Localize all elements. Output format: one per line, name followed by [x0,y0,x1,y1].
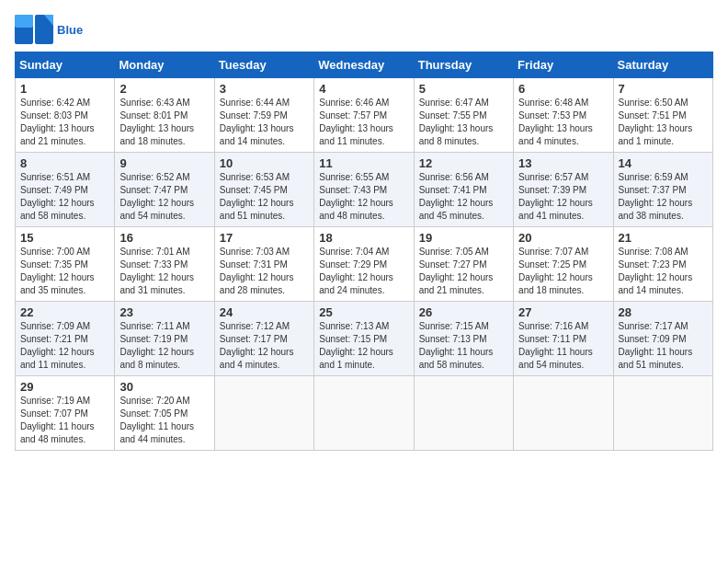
day-number: 13 [518,156,608,170]
day-info: Sunrise: 7:04 AM Sunset: 7:29 PM Dayligh… [319,246,408,297]
sunset-label: Sunset: 7:49 PM [20,185,88,195]
sunset-label: Sunset: 7:55 PM [419,110,487,121]
day-number: 17 [220,231,309,245]
sunrise-label: Sunrise: 7:05 AM [419,247,489,257]
sunset-label: Sunset: 7:27 PM [419,259,487,270]
logo-icon [15,15,53,44]
daylight-label: Daylight: 12 hours and 11 minutes. [20,347,95,370]
daylight-label: Daylight: 12 hours and 41 minutes. [518,198,593,221]
calendar-cell: 22 Sunrise: 7:09 AM Sunset: 7:21 PM Dayl… [16,302,115,376]
calendar-cell: 7 Sunrise: 6:50 AM Sunset: 7:51 PM Dayli… [613,78,712,153]
day-number: 19 [419,231,508,245]
calendar-cell: 21 Sunrise: 7:08 AM Sunset: 7:23 PM Dayl… [613,227,712,302]
calendar-week-row: 8 Sunrise: 6:51 AM Sunset: 7:49 PM Dayli… [16,153,713,227]
daylight-label: Daylight: 12 hours and 24 minutes. [319,272,393,295]
day-number: 27 [518,305,608,319]
daylight-label: Daylight: 12 hours and 1 minute. [319,347,393,370]
day-info: Sunrise: 7:09 AM Sunset: 7:21 PM Dayligh… [20,320,109,372]
day-info: Sunrise: 6:50 AM Sunset: 7:51 PM Dayligh… [619,97,708,148]
sunrise-label: Sunrise: 6:44 AM [220,98,290,108]
day-info: Sunrise: 7:19 AM Sunset: 7:07 PM Dayligh… [20,395,109,446]
calendar-cell: 18 Sunrise: 7:04 AM Sunset: 7:29 PM Dayl… [314,227,414,302]
daylight-label: Daylight: 13 hours and 18 minutes. [119,123,194,146]
sunset-label: Sunset: 7:05 PM [119,408,188,419]
logo-tagline: Blue [57,24,83,36]
day-number: 16 [119,231,209,245]
day-number: 30 [119,380,209,394]
daylight-label: Daylight: 12 hours and 45 minutes. [419,198,494,221]
sunset-label: Sunset: 7:19 PM [119,334,188,344]
day-number: 6 [518,82,608,96]
day-number: 5 [419,82,508,96]
day-info: Sunrise: 6:53 AM Sunset: 7:45 PM Dayligh… [220,171,309,223]
day-number: 29 [20,380,109,394]
sunset-label: Sunset: 7:33 PM [119,259,188,270]
sunrise-label: Sunrise: 7:16 AM [518,321,588,331]
day-info: Sunrise: 7:16 AM Sunset: 7:11 PM Dayligh… [518,320,608,372]
day-number: 25 [319,305,408,319]
calendar-cell: 8 Sunrise: 6:51 AM Sunset: 7:49 PM Dayli… [16,153,115,227]
sunrise-label: Sunrise: 7:08 AM [619,247,688,257]
sunrise-label: Sunrise: 7:09 AM [20,321,90,331]
calendar-week-row: 29 Sunrise: 7:19 AM Sunset: 7:07 PM Dayl… [16,376,713,451]
day-number: 12 [419,156,508,170]
daylight-label: Daylight: 11 hours and 44 minutes. [119,421,194,444]
day-info: Sunrise: 7:17 AM Sunset: 7:09 PM Dayligh… [619,320,708,372]
calendar-cell: 28 Sunrise: 7:17 AM Sunset: 7:09 PM Dayl… [613,302,712,376]
day-number: 28 [619,305,708,319]
daylight-label: Daylight: 11 hours and 48 minutes. [20,421,95,444]
sunset-label: Sunset: 7:29 PM [319,259,387,270]
calendar-table: SundayMondayTuesdayWednesdayThursdayFrid… [15,52,713,451]
calendar-cell: 17 Sunrise: 7:03 AM Sunset: 7:31 PM Dayl… [214,227,313,302]
daylight-label: Daylight: 12 hours and 48 minutes. [319,198,393,221]
daylight-label: Daylight: 13 hours and 21 minutes. [20,123,95,146]
day-number: 18 [319,231,408,245]
day-info: Sunrise: 6:57 AM Sunset: 7:39 PM Dayligh… [518,171,608,223]
sunset-label: Sunset: 8:01 PM [119,110,188,121]
day-info: Sunrise: 6:59 AM Sunset: 7:37 PM Dayligh… [619,171,708,223]
day-number: 22 [20,305,109,319]
day-number: 4 [319,82,408,96]
daylight-label: Daylight: 13 hours and 1 minute. [619,123,693,146]
day-info: Sunrise: 6:52 AM Sunset: 7:47 PM Dayligh… [119,171,209,223]
daylight-label: Daylight: 12 hours and 4 minutes. [220,347,294,370]
sunset-label: Sunset: 7:37 PM [619,185,687,195]
sunset-label: Sunset: 7:21 PM [20,334,88,344]
calendar-week-row: 15 Sunrise: 7:00 AM Sunset: 7:35 PM Dayl… [16,227,713,302]
day-info: Sunrise: 7:07 AM Sunset: 7:25 PM Dayligh… [518,246,608,297]
weekday-header: Thursday [414,52,513,78]
day-number: 3 [220,82,309,96]
calendar-cell: 26 Sunrise: 7:15 AM Sunset: 7:13 PM Dayl… [414,302,513,376]
calendar-cell: 12 Sunrise: 6:56 AM Sunset: 7:41 PM Dayl… [414,153,513,227]
day-info: Sunrise: 6:46 AM Sunset: 7:57 PM Dayligh… [319,97,408,148]
sunrise-label: Sunrise: 6:51 AM [20,172,90,182]
day-info: Sunrise: 7:01 AM Sunset: 7:33 PM Dayligh… [119,246,209,297]
calendar-cell: 20 Sunrise: 7:07 AM Sunset: 7:25 PM Dayl… [514,227,613,302]
day-number: 15 [20,231,109,245]
daylight-label: Daylight: 12 hours and 18 minutes. [518,272,593,295]
weekday-header: Saturday [613,52,712,78]
calendar-cell: 25 Sunrise: 7:13 AM Sunset: 7:15 PM Dayl… [314,302,414,376]
calendar-cell: 24 Sunrise: 7:12 AM Sunset: 7:17 PM Dayl… [214,302,313,376]
calendar-cell: 11 Sunrise: 6:55 AM Sunset: 7:43 PM Dayl… [314,153,414,227]
daylight-label: Daylight: 12 hours and 54 minutes. [119,198,194,221]
day-number: 10 [220,156,309,170]
day-number: 20 [518,231,608,245]
calendar-cell: 14 Sunrise: 6:59 AM Sunset: 7:37 PM Dayl… [613,153,712,227]
daylight-label: Daylight: 13 hours and 4 minutes. [518,123,593,146]
day-number: 11 [319,156,408,170]
weekday-header: Friday [514,52,613,78]
sunrise-label: Sunrise: 6:52 AM [119,172,189,182]
sunset-label: Sunset: 7:31 PM [220,259,288,270]
sunset-label: Sunset: 7:23 PM [619,259,687,270]
day-number: 23 [119,305,209,319]
calendar-cell: 4 Sunrise: 6:46 AM Sunset: 7:57 PM Dayli… [314,78,414,153]
day-info: Sunrise: 6:47 AM Sunset: 7:55 PM Dayligh… [419,97,508,148]
day-number: 8 [20,156,109,170]
calendar-cell: 10 Sunrise: 6:53 AM Sunset: 7:45 PM Dayl… [214,153,313,227]
weekday-header: Sunday [16,52,115,78]
sunrise-label: Sunrise: 6:42 AM [20,98,90,108]
sunrise-label: Sunrise: 6:48 AM [518,98,588,108]
calendar-cell: 19 Sunrise: 7:05 AM Sunset: 7:27 PM Dayl… [414,227,513,302]
sunrise-label: Sunrise: 7:00 AM [20,247,90,257]
